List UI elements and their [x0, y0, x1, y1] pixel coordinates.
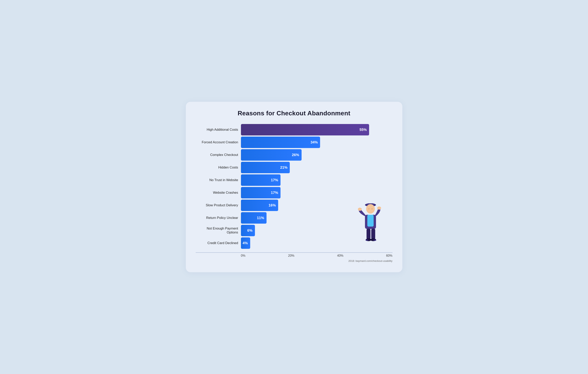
- svg-point-13: [373, 239, 376, 241]
- bar-fill: 16%: [241, 200, 278, 211]
- bar-label: Hidden Costs: [196, 166, 241, 169]
- bar-track: 17%: [241, 174, 392, 186]
- bar-value: 11%: [257, 216, 264, 220]
- bar-row: No Trust in Website17%: [196, 174, 392, 186]
- bar-track: 26%: [241, 149, 392, 161]
- bar-track: 34%: [241, 137, 392, 148]
- bar-value: 6%: [247, 228, 252, 233]
- bar-value: 26%: [292, 153, 299, 157]
- bar-label: Website Crashes: [196, 191, 241, 195]
- bar-fill: 17%: [241, 174, 281, 186]
- svg-rect-6: [367, 215, 374, 227]
- bar-fill: 17%: [241, 187, 281, 198]
- x-axis-labels: 0%20%40%60%: [241, 253, 392, 258]
- bar-row: Complex Checkout26%: [196, 149, 392, 161]
- bar-row: Website Crashes17%: [196, 187, 392, 198]
- svg-point-2: [366, 204, 375, 214]
- bar-fill: 4%: [241, 237, 250, 249]
- bar-fill: 34%: [241, 137, 320, 148]
- svg-point-4: [371, 208, 373, 210]
- bar-label: Complex Checkout: [196, 153, 241, 157]
- bar-track: 21%: [241, 162, 392, 173]
- person-illustration: [357, 199, 383, 243]
- bar-row: High Additional Costs55%: [196, 124, 392, 135]
- x-axis-label: 40%: [337, 254, 344, 258]
- bar-fill: 26%: [241, 149, 302, 161]
- bar-label: Forced Account Creation: [196, 140, 241, 144]
- svg-point-14: [365, 239, 368, 241]
- svg-point-3: [368, 208, 369, 210]
- bar-value: 17%: [271, 191, 278, 195]
- bar-label: Credit Card Declined: [196, 241, 241, 245]
- bar-value: 34%: [310, 140, 318, 145]
- x-axis-label: 0%: [241, 254, 245, 258]
- x-axis: 0%20%40%60%: [196, 252, 392, 258]
- bar-value: 16%: [269, 203, 276, 208]
- svg-point-7: [358, 208, 362, 211]
- citation: 2018: baymard.com/checkout-usability: [196, 260, 392, 262]
- svg-rect-9: [367, 229, 370, 239]
- x-axis-label: 60%: [386, 254, 392, 258]
- bar-fill: 6%: [241, 225, 255, 236]
- bar-track: 17%: [241, 187, 392, 198]
- bar-track: 55%: [241, 124, 392, 135]
- bar-label: No Trust in Website: [196, 178, 241, 182]
- bar-value: 21%: [280, 165, 287, 170]
- bar-fill: 21%: [241, 162, 290, 173]
- chart-wrapper: High Additional Costs55%Forced Account C…: [196, 124, 392, 262]
- chart-title: Reasons for Checkout Abandonment: [196, 110, 392, 117]
- bar-fill: 11%: [241, 212, 267, 224]
- chart-card: Reasons for Checkout Abandonment High Ad…: [186, 102, 402, 272]
- bar-label: High Additional Costs: [196, 128, 241, 132]
- bar-value: 55%: [359, 127, 367, 132]
- bar-value: 4%: [242, 241, 248, 245]
- svg-point-8: [377, 207, 381, 210]
- svg-rect-10: [371, 229, 375, 239]
- bar-fill: 55%: [241, 124, 369, 135]
- bar-label: Return Policy Unclear: [196, 216, 241, 220]
- bar-row: Hidden Costs21%: [196, 162, 392, 173]
- bar-label: Slow Product Delivery: [196, 203, 241, 207]
- bar-label: Not Enough Payment Options: [196, 227, 241, 234]
- x-axis-label: 20%: [288, 254, 294, 258]
- bar-value: 17%: [271, 178, 278, 182]
- bar-row: Forced Account Creation34%: [196, 137, 392, 148]
